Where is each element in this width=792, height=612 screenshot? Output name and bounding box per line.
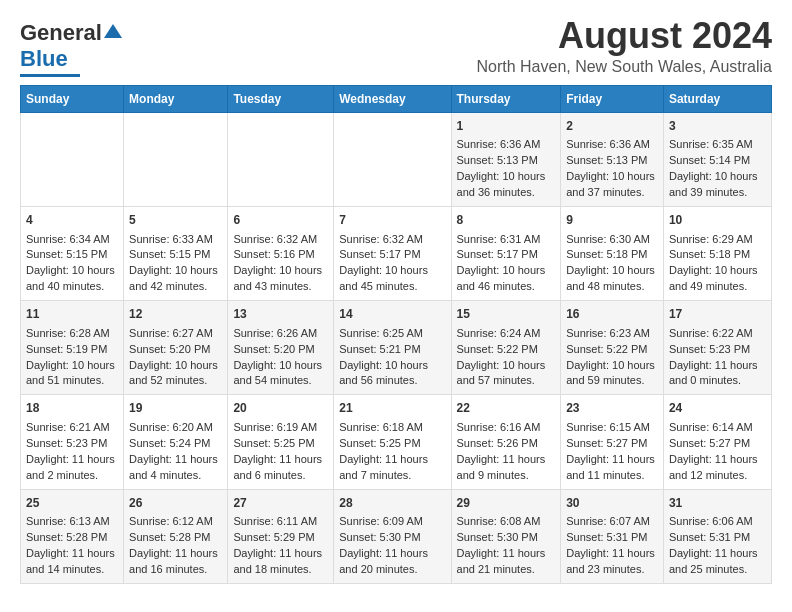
sunset-text: Sunset: 5:25 PM bbox=[339, 437, 420, 449]
day-number: 4 bbox=[26, 212, 118, 229]
sunrise-text: Sunrise: 6:36 AM bbox=[457, 138, 541, 150]
day-number: 19 bbox=[129, 400, 222, 417]
calendar-cell: 11Sunrise: 6:28 AMSunset: 5:19 PMDayligh… bbox=[21, 301, 124, 395]
calendar-cell: 8Sunrise: 6:31 AMSunset: 5:17 PMDaylight… bbox=[451, 207, 561, 301]
calendar-cell: 16Sunrise: 6:23 AMSunset: 5:22 PMDayligh… bbox=[561, 301, 664, 395]
sunrise-text: Sunrise: 6:30 AM bbox=[566, 233, 650, 245]
day-number: 17 bbox=[669, 306, 766, 323]
sunset-text: Sunset: 5:22 PM bbox=[457, 343, 538, 355]
daylight-text: Daylight: 11 hours and 0 minutes. bbox=[669, 359, 758, 387]
calendar-cell: 20Sunrise: 6:19 AMSunset: 5:25 PMDayligh… bbox=[228, 395, 334, 489]
calendar-cell: 15Sunrise: 6:24 AMSunset: 5:22 PMDayligh… bbox=[451, 301, 561, 395]
sunset-text: Sunset: 5:22 PM bbox=[566, 343, 647, 355]
calendar-cell: 31Sunrise: 6:06 AMSunset: 5:31 PMDayligh… bbox=[663, 489, 771, 583]
daylight-text: Daylight: 10 hours and 40 minutes. bbox=[26, 264, 115, 292]
calendar-week-4: 25Sunrise: 6:13 AMSunset: 5:28 PMDayligh… bbox=[21, 489, 772, 583]
calendar-cell: 19Sunrise: 6:20 AMSunset: 5:24 PMDayligh… bbox=[124, 395, 228, 489]
calendar-cell: 24Sunrise: 6:14 AMSunset: 5:27 PMDayligh… bbox=[663, 395, 771, 489]
sunrise-text: Sunrise: 6:12 AM bbox=[129, 515, 213, 527]
sunset-text: Sunset: 5:31 PM bbox=[566, 531, 647, 543]
calendar-cell: 17Sunrise: 6:22 AMSunset: 5:23 PMDayligh… bbox=[663, 301, 771, 395]
calendar-cell: 23Sunrise: 6:15 AMSunset: 5:27 PMDayligh… bbox=[561, 395, 664, 489]
day-number: 20 bbox=[233, 400, 328, 417]
daylight-text: Daylight: 11 hours and 20 minutes. bbox=[339, 547, 428, 575]
calendar-week-2: 11Sunrise: 6:28 AMSunset: 5:19 PMDayligh… bbox=[21, 301, 772, 395]
daylight-text: Daylight: 11 hours and 11 minutes. bbox=[566, 453, 655, 481]
day-number: 15 bbox=[457, 306, 556, 323]
calendar-cell: 1Sunrise: 6:36 AMSunset: 5:13 PMDaylight… bbox=[451, 113, 561, 207]
sunrise-text: Sunrise: 6:18 AM bbox=[339, 421, 423, 433]
sunrise-text: Sunrise: 6:33 AM bbox=[129, 233, 213, 245]
daylight-text: Daylight: 10 hours and 37 minutes. bbox=[566, 170, 655, 198]
calendar-table: SundayMondayTuesdayWednesdayThursdayFrid… bbox=[20, 85, 772, 584]
day-number: 18 bbox=[26, 400, 118, 417]
daylight-text: Daylight: 10 hours and 43 minutes. bbox=[233, 264, 322, 292]
header-saturday: Saturday bbox=[663, 86, 771, 113]
calendar-cell: 25Sunrise: 6:13 AMSunset: 5:28 PMDayligh… bbox=[21, 489, 124, 583]
daylight-text: Daylight: 11 hours and 12 minutes. bbox=[669, 453, 758, 481]
day-number: 31 bbox=[669, 495, 766, 512]
calendar-cell: 14Sunrise: 6:25 AMSunset: 5:21 PMDayligh… bbox=[334, 301, 451, 395]
logo-icon bbox=[104, 22, 122, 40]
sunrise-text: Sunrise: 6:08 AM bbox=[457, 515, 541, 527]
daylight-text: Daylight: 10 hours and 49 minutes. bbox=[669, 264, 758, 292]
page-subtitle: North Haven, New South Wales, Australia bbox=[476, 58, 772, 76]
calendar-cell: 7Sunrise: 6:32 AMSunset: 5:17 PMDaylight… bbox=[334, 207, 451, 301]
calendar-cell bbox=[124, 113, 228, 207]
calendar-cell: 21Sunrise: 6:18 AMSunset: 5:25 PMDayligh… bbox=[334, 395, 451, 489]
daylight-text: Daylight: 10 hours and 59 minutes. bbox=[566, 359, 655, 387]
daylight-text: Daylight: 10 hours and 57 minutes. bbox=[457, 359, 546, 387]
day-number: 22 bbox=[457, 400, 556, 417]
header-sunday: Sunday bbox=[21, 86, 124, 113]
sunset-text: Sunset: 5:15 PM bbox=[26, 248, 107, 260]
daylight-text: Daylight: 10 hours and 45 minutes. bbox=[339, 264, 428, 292]
daylight-text: Daylight: 11 hours and 16 minutes. bbox=[129, 547, 218, 575]
day-number: 21 bbox=[339, 400, 445, 417]
sunset-text: Sunset: 5:27 PM bbox=[669, 437, 750, 449]
sunset-text: Sunset: 5:20 PM bbox=[129, 343, 210, 355]
day-number: 12 bbox=[129, 306, 222, 323]
sunrise-text: Sunrise: 6:32 AM bbox=[233, 233, 317, 245]
day-number: 6 bbox=[233, 212, 328, 229]
daylight-text: Daylight: 11 hours and 7 minutes. bbox=[339, 453, 428, 481]
sunrise-text: Sunrise: 6:29 AM bbox=[669, 233, 753, 245]
day-number: 13 bbox=[233, 306, 328, 323]
sunset-text: Sunset: 5:26 PM bbox=[457, 437, 538, 449]
calendar-week-3: 18Sunrise: 6:21 AMSunset: 5:23 PMDayligh… bbox=[21, 395, 772, 489]
page-header: General Blue August 2024 North Haven, Ne… bbox=[20, 16, 772, 77]
header-thursday: Thursday bbox=[451, 86, 561, 113]
sunrise-text: Sunrise: 6:20 AM bbox=[129, 421, 213, 433]
calendar-cell: 27Sunrise: 6:11 AMSunset: 5:29 PMDayligh… bbox=[228, 489, 334, 583]
sunset-text: Sunset: 5:30 PM bbox=[457, 531, 538, 543]
day-number: 5 bbox=[129, 212, 222, 229]
sunrise-text: Sunrise: 6:22 AM bbox=[669, 327, 753, 339]
calendar-cell: 12Sunrise: 6:27 AMSunset: 5:20 PMDayligh… bbox=[124, 301, 228, 395]
calendar-week-1: 4Sunrise: 6:34 AMSunset: 5:15 PMDaylight… bbox=[21, 207, 772, 301]
daylight-text: Daylight: 11 hours and 18 minutes. bbox=[233, 547, 322, 575]
sunrise-text: Sunrise: 6:28 AM bbox=[26, 327, 110, 339]
daylight-text: Daylight: 10 hours and 52 minutes. bbox=[129, 359, 218, 387]
header-friday: Friday bbox=[561, 86, 664, 113]
daylight-text: Daylight: 10 hours and 36 minutes. bbox=[457, 170, 546, 198]
sunset-text: Sunset: 5:30 PM bbox=[339, 531, 420, 543]
sunset-text: Sunset: 5:31 PM bbox=[669, 531, 750, 543]
sunset-text: Sunset: 5:21 PM bbox=[339, 343, 420, 355]
sunset-text: Sunset: 5:25 PM bbox=[233, 437, 314, 449]
calendar-cell: 28Sunrise: 6:09 AMSunset: 5:30 PMDayligh… bbox=[334, 489, 451, 583]
sunset-text: Sunset: 5:20 PM bbox=[233, 343, 314, 355]
logo-underline bbox=[20, 74, 80, 77]
daylight-text: Daylight: 10 hours and 46 minutes. bbox=[457, 264, 546, 292]
svg-marker-0 bbox=[104, 24, 122, 38]
sunset-text: Sunset: 5:19 PM bbox=[26, 343, 107, 355]
sunset-text: Sunset: 5:27 PM bbox=[566, 437, 647, 449]
sunset-text: Sunset: 5:23 PM bbox=[669, 343, 750, 355]
sunrise-text: Sunrise: 6:23 AM bbox=[566, 327, 650, 339]
sunset-text: Sunset: 5:28 PM bbox=[129, 531, 210, 543]
logo-general: General bbox=[20, 20, 102, 46]
daylight-text: Daylight: 11 hours and 21 minutes. bbox=[457, 547, 546, 575]
sunset-text: Sunset: 5:18 PM bbox=[566, 248, 647, 260]
calendar-cell: 29Sunrise: 6:08 AMSunset: 5:30 PMDayligh… bbox=[451, 489, 561, 583]
calendar-cell bbox=[21, 113, 124, 207]
day-number: 1 bbox=[457, 118, 556, 135]
daylight-text: Daylight: 11 hours and 23 minutes. bbox=[566, 547, 655, 575]
